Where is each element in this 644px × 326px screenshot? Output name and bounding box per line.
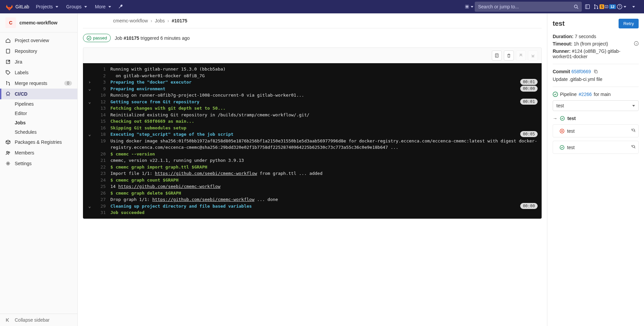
sidebar-sub-editor[interactable]: Editor — [0, 109, 77, 118]
stage-select[interactable]: test — [553, 100, 639, 111]
sidebar-item-project-overview[interactable]: Project overview — [0, 35, 77, 46]
rocket-icon — [5, 91, 11, 97]
log-toolbar — [83, 47, 542, 63]
plus-icon[interactable] — [463, 0, 475, 13]
todos-icon[interactable]: 12 — [605, 0, 616, 13]
user-menu[interactable] — [627, 0, 639, 13]
search-box[interactable] — [475, 2, 582, 12]
chevron-down-icon[interactable]: ⌄ — [87, 99, 92, 105]
doc-icon — [5, 48, 11, 54]
svg-point-4 — [594, 8, 595, 9]
svg-point-13 — [9, 85, 10, 86]
package-icon — [5, 139, 11, 145]
log-line: 10Running on runner-o8fib7g-project-1008… — [83, 92, 542, 99]
chevron-right-icon[interactable]: › — [87, 79, 92, 86]
gitlab-logo[interactable]: GitLab — [5, 3, 29, 11]
project-name: cmemc-workflow — [19, 20, 58, 25]
sidebar-item-members[interactable]: Members — [0, 147, 77, 158]
raw-log-button[interactable] — [492, 50, 502, 61]
timeout-row: Timeout: 1h (from project) ? — [553, 41, 639, 46]
runner-row: Runner: #124 (o8fiB_7G) gitlab-worker01-… — [553, 48, 639, 59]
tag-icon — [5, 70, 11, 75]
breadcrumb-item[interactable]: cmemc-workflow — [113, 18, 148, 23]
topbar: GitLab Projects Groups More 5 12 ? — [0, 0, 644, 13]
retry-icon[interactable] — [631, 144, 636, 150]
log-line: 27Drop graph 1/1: https://github.com/see… — [83, 196, 542, 203]
help-icon[interactable]: ? — [616, 0, 627, 13]
job-log[interactable]: 1Running with gitlab-runner 15.3.0 (bbcb… — [83, 63, 542, 219]
brand-text: GitLab — [15, 4, 29, 9]
users-icon — [5, 150, 11, 155]
erase-log-button[interactable] — [504, 50, 514, 61]
merge-requests-icon[interactable]: 5 — [593, 0, 605, 13]
main-content: cmemc-workflow › Jobs › #10175 passed Jo… — [78, 13, 547, 326]
breadcrumb-current: #10175 — [172, 18, 187, 23]
pipeline-job[interactable]: test — [553, 124, 639, 137]
retry-button[interactable]: Retry — [619, 19, 639, 28]
svg-rect-22 — [595, 71, 597, 73]
log-line: ⌄29Cleaning up project directory and fil… — [83, 203, 542, 210]
nav-more[interactable]: More — [91, 0, 115, 13]
pipeline-job[interactable]: test — [553, 141, 639, 154]
breadcrumb-item[interactable]: Jobs — [155, 18, 165, 23]
nav-groups[interactable]: Groups — [62, 0, 91, 13]
svg-point-5 — [597, 8, 598, 9]
check-circle-icon — [560, 116, 565, 121]
duration-pill: 00:05 — [520, 131, 538, 137]
search-input[interactable] — [478, 4, 574, 9]
chevron-down-icon[interactable]: ⌄ — [87, 203, 92, 210]
collapse-sidebar[interactable]: Collapse sidebar — [0, 314, 77, 326]
retry-icon[interactable] — [631, 128, 636, 134]
search-icon — [574, 4, 578, 9]
wrench-icon[interactable] — [115, 0, 126, 13]
log-line: ⌄12Getting source from Git repository00:… — [83, 99, 542, 105]
gitlab-icon — [5, 3, 13, 11]
log-line: 22$ cmemc graph import graph.ttl $GRAPH — [83, 164, 542, 171]
sidebar-sub-jobs[interactable]: Jobs — [0, 118, 77, 127]
check-circle-icon — [560, 145, 564, 150]
chevron-down-icon[interactable]: ⌄ — [87, 86, 92, 92]
sidebar-item-merge-requests[interactable]: Merge requests0 — [0, 78, 77, 89]
log-line: 16Skipping Git submodules setup — [83, 125, 542, 131]
project-avatar: C — [5, 17, 16, 28]
sidebar-item-settings[interactable]: Settings — [0, 158, 77, 169]
svg-point-16 — [7, 163, 9, 164]
log-line: 15Checking out 658f0669 as main... — [83, 118, 542, 125]
scroll-top-button[interactable] — [516, 50, 526, 61]
commit-sha-link[interactable]: 658f0669 — [571, 69, 591, 74]
check-circle-icon — [87, 36, 91, 40]
external-icon — [5, 59, 11, 65]
svg-text:?: ? — [636, 42, 637, 45]
sidebar-sub-schedules[interactable]: Schedules — [0, 127, 77, 137]
help-icon[interactable]: ? — [634, 41, 639, 47]
sidebar-item-packages-registries[interactable]: Packages & Registries — [0, 137, 77, 147]
breadcrumb: cmemc-workflow › Jobs › #10175 — [83, 13, 542, 28]
pipeline-link[interactable]: #2266 — [579, 92, 592, 97]
sidebar-item-ci-cd[interactable]: CI/CD — [0, 89, 77, 99]
copy-icon[interactable] — [593, 69, 598, 75]
log-line: ⌄18Executing "step_script" stage of the … — [83, 131, 542, 138]
svg-point-15 — [8, 152, 10, 153]
nav-projects[interactable]: Projects — [32, 0, 62, 13]
log-line: 2 on gitlab-worker01-docker o8fiB_7G — [83, 73, 542, 79]
sidebar-item-labels[interactable]: Labels — [0, 67, 77, 78]
home-icon — [5, 38, 11, 43]
panel-title: test — [553, 20, 565, 27]
chevron-left-icon — [5, 317, 11, 323]
job-title: Job #10175 triggered 6 minutes ago — [115, 35, 190, 41]
svg-point-11 — [7, 71, 7, 72]
issues-icon[interactable] — [582, 0, 593, 13]
sidebar-header[interactable]: C cmemc-workflow — [0, 13, 77, 32]
sidebar-item-repository[interactable]: Repository — [0, 46, 77, 57]
job-details-panel: test Retry Duration: 7 seconds Timeout: … — [547, 13, 644, 326]
duration-pill: 00:00 — [520, 86, 538, 92]
log-line: 2514 https://github.com/seebi/cmemc-work… — [83, 183, 542, 190]
svg-point-1 — [574, 5, 577, 8]
svg-text:?: ? — [619, 5, 621, 9]
sidebar-item-jira[interactable]: Jira — [0, 57, 77, 67]
svg-rect-9 — [6, 49, 10, 53]
scroll-bottom-button[interactable] — [528, 50, 538, 61]
chevron-down-icon[interactable]: ⌄ — [87, 131, 92, 138]
sidebar-sub-pipelines[interactable]: Pipelines — [0, 99, 77, 109]
duration-pill: 00:01 — [520, 99, 538, 105]
